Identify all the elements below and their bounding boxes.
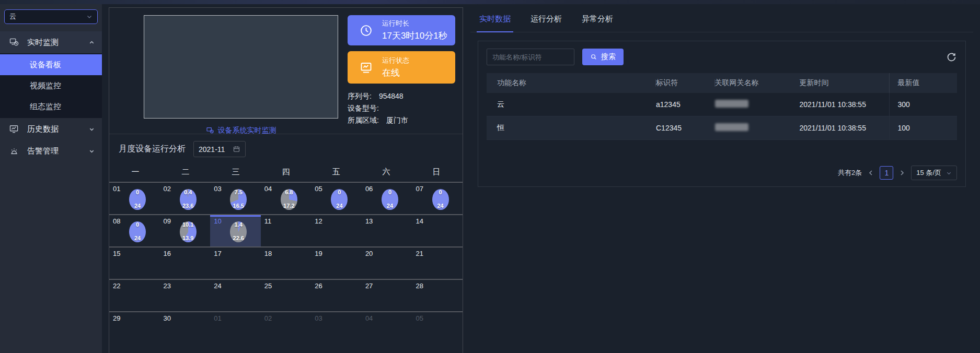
pie-value-label: 0 bbox=[388, 189, 391, 195]
calendar-day-cell[interactable]: 12 bbox=[311, 215, 362, 246]
sidebar-item-device-board[interactable]: 设备看板 bbox=[0, 54, 102, 75]
calendar-day-cell[interactable]: 04 bbox=[362, 312, 412, 344]
weekday-label: 四 bbox=[261, 167, 311, 177]
month-picker[interactable]: 2021-11 bbox=[193, 141, 246, 157]
calendar-day-cell[interactable]: 01 bbox=[210, 312, 261, 344]
pagination: 共有2条 1 15 条/页 bbox=[838, 166, 957, 180]
calendar-icon bbox=[233, 145, 240, 153]
calendar-day-cell[interactable]: 30 bbox=[160, 312, 211, 344]
calendar-day-cell[interactable]: 28 bbox=[412, 280, 463, 311]
calendar-day-cell[interactable]: 0910.113.9 bbox=[160, 215, 211, 246]
calendar-day-cell[interactable]: 13 bbox=[362, 215, 412, 246]
calendar-day-cell[interactable]: 16 bbox=[160, 248, 211, 279]
tab-realtime-data[interactable]: 实时数据 bbox=[479, 14, 511, 32]
device-select[interactable]: 云 bbox=[4, 9, 98, 24]
column-header: 标识符 bbox=[656, 73, 715, 93]
calendar-day-cell[interactable]: 14 bbox=[412, 215, 463, 246]
calendar-date-label: 01 bbox=[214, 314, 221, 322]
region-label: 所属区域: bbox=[348, 114, 379, 126]
model-label: 设备型号: bbox=[348, 102, 379, 114]
calendar-day-cell[interactable]: 19 bbox=[311, 248, 362, 279]
total-count-label: 共有2条 bbox=[838, 168, 862, 178]
runtime-value: 17天3时10分1秒 bbox=[382, 30, 447, 42]
calendar-day-cell[interactable]: 17 bbox=[210, 248, 261, 279]
calendar-date-label: 05 bbox=[416, 314, 423, 322]
cell-update-time: 2021/11/01 10:38:55 bbox=[800, 100, 889, 109]
pie-value-label: 0 bbox=[136, 189, 139, 195]
calendar-day-cell[interactable]: 24 bbox=[210, 280, 261, 311]
calendar-day-cell[interactable]: 06024 bbox=[362, 183, 412, 214]
sidebar-item-video-monitoring[interactable]: 视频监控 bbox=[0, 75, 102, 96]
calendar-date-label: 20 bbox=[365, 250, 373, 257]
calendar-day-cell[interactable]: 20 bbox=[362, 248, 412, 279]
device-select-value: 云 bbox=[9, 12, 16, 21]
calendar-day-cell[interactable]: 15 bbox=[109, 248, 160, 279]
calendar-day-cell[interactable]: 25 bbox=[261, 280, 312, 311]
calendar-day-cell[interactable]: 05 bbox=[412, 312, 463, 344]
monitor-clock-icon bbox=[206, 126, 214, 135]
calendar-day-cell[interactable]: 11 bbox=[261, 215, 312, 246]
device-system-link-label: 设备系统实时监测 bbox=[218, 126, 276, 135]
chevron-down-icon bbox=[86, 14, 93, 20]
tab-run-analysis[interactable]: 运行分析 bbox=[531, 14, 562, 32]
calendar-day-cell[interactable]: 22 bbox=[109, 280, 160, 311]
calendar-day-cell[interactable]: 26 bbox=[311, 280, 362, 311]
calendar-day-cell[interactable]: 07024 bbox=[412, 183, 463, 214]
tab-anomaly-analysis[interactable]: 异常分析 bbox=[582, 14, 613, 32]
calendar-week-row: 080240910.113.9101.422.611121314 bbox=[109, 214, 463, 246]
next-page-icon[interactable] bbox=[899, 170, 905, 176]
column-header: 更新时间 bbox=[800, 73, 889, 93]
calendar-day-cell[interactable]: 020.423.6 bbox=[160, 183, 211, 214]
search-input[interactable] bbox=[487, 49, 574, 65]
daily-runtime-pie: 024 bbox=[331, 189, 348, 210]
sidebar-item-label: 实时监测 bbox=[27, 38, 59, 48]
prev-page-icon[interactable] bbox=[868, 170, 874, 176]
calendar-day-cell[interactable]: 101.422.6 bbox=[210, 215, 261, 246]
runtime-card: 运行时长 17天3时10分1秒 bbox=[348, 15, 455, 45]
refresh-icon[interactable] bbox=[946, 52, 957, 63]
calendar-date-label: 01 bbox=[113, 185, 120, 193]
chevron-down-icon bbox=[89, 148, 95, 154]
page-size-select[interactable]: 15 条/页 bbox=[911, 166, 957, 180]
calendar-day-cell[interactable]: 05024 bbox=[311, 183, 362, 214]
table-row[interactable]: 恒C123452021/11/01 10:38:55100 bbox=[487, 116, 957, 140]
pie-value-label: 24 bbox=[387, 203, 393, 209]
sidebar-item-alarm-management[interactable]: 告警管理 bbox=[0, 140, 102, 162]
calendar-day-cell[interactable]: 046.817.2 bbox=[261, 183, 312, 214]
chevron-up-icon bbox=[89, 40, 95, 45]
device-detail-panel: 运行时长 17天3时10分1秒 运行状态 在线 bbox=[109, 7, 463, 353]
calendar-date-label: 22 bbox=[113, 282, 120, 290]
daily-runtime-pie: 024 bbox=[382, 189, 398, 210]
pie-value-label: 0 bbox=[439, 189, 442, 195]
calendar-date-label: 19 bbox=[315, 250, 322, 257]
calendar-day-cell[interactable]: 037.516.5 bbox=[210, 183, 261, 214]
calendar-day-cell[interactable]: 01024 bbox=[109, 183, 160, 214]
sidebar-item-realtime-monitoring[interactable]: 实时监测 bbox=[0, 31, 102, 53]
calendar-day-cell[interactable]: 08024 bbox=[109, 215, 160, 246]
page-number-button[interactable]: 1 bbox=[880, 166, 893, 180]
calendar-grid: 01024020.423.6037.516.5046.817.205024060… bbox=[109, 182, 463, 344]
calendar-day-cell[interactable]: 02 bbox=[261, 312, 312, 344]
calendar-date-label: 08 bbox=[113, 217, 120, 225]
calendar-date-label: 13 bbox=[365, 217, 373, 225]
calendar-day-cell[interactable]: 27 bbox=[362, 280, 412, 311]
calendar-day-cell[interactable]: 03 bbox=[311, 312, 362, 344]
tabs-bar: 实时数据 运行分析 异常分析 bbox=[470, 7, 973, 32]
cell-identifier: a12345 bbox=[656, 100, 715, 109]
calendar-day-cell[interactable]: 23 bbox=[160, 280, 211, 311]
table-row[interactable]: 云a123452021/11/01 10:38:55300 bbox=[487, 93, 957, 116]
model-line: 设备型号: bbox=[348, 102, 455, 114]
device-system-monitor-link[interactable]: 设备系统实时监测 bbox=[206, 126, 276, 135]
pie-value-label: 24 bbox=[336, 203, 342, 209]
calendar-date-label: 29 bbox=[113, 314, 120, 322]
pie-value-label: 24 bbox=[437, 203, 443, 209]
sidebar-item-config-monitoring[interactable]: 组态监控 bbox=[0, 96, 102, 117]
calendar-date-label: 14 bbox=[416, 217, 423, 225]
search-button[interactable]: 搜索 bbox=[582, 49, 624, 65]
calendar-day-cell[interactable]: 21 bbox=[412, 248, 463, 279]
cell-gateway-name bbox=[715, 123, 800, 133]
calendar-day-cell[interactable]: 18 bbox=[261, 248, 312, 279]
sidebar-item-history-data[interactable]: 历史数据 bbox=[0, 118, 102, 140]
status-label: 运行状态 bbox=[382, 56, 409, 65]
calendar-day-cell[interactable]: 29 bbox=[109, 312, 160, 344]
